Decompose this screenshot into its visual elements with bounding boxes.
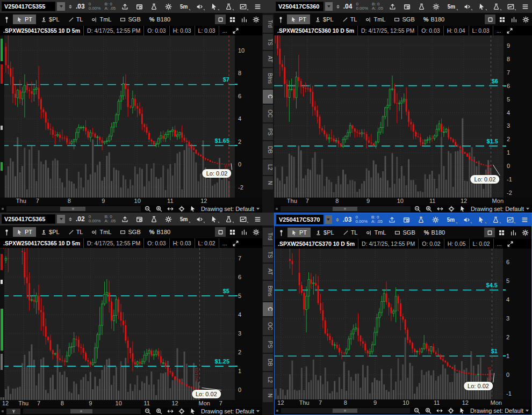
y-axis[interactable]: 1086420-2 xyxy=(235,35,262,198)
sidebar-tab-c[interactable]: C xyxy=(263,90,273,103)
jump-to-start-button[interactable] xyxy=(6,409,20,414)
sidebar-tab-ps[interactable]: PS xyxy=(263,123,273,140)
sidebar-tab-c[interactable]: C xyxy=(263,302,273,316)
pattern-icon[interactable] xyxy=(505,2,516,11)
sgb-tool-button[interactable]: SGB xyxy=(116,14,144,24)
tl-tool-button[interactable]: TL xyxy=(64,227,87,237)
cursor-icon[interactable] xyxy=(189,206,197,213)
y-axis[interactable]: 76543210 xyxy=(235,248,262,400)
flask-studies-icon[interactable] xyxy=(490,215,501,224)
price-chart[interactable]: 4/21/25$4.5$1Lo: 0.02 xyxy=(275,249,503,399)
fit-bars-icon[interactable] xyxy=(239,14,249,24)
cursor-tool-icon[interactable] xyxy=(209,214,219,224)
scrollbar-thumb[interactable] xyxy=(60,207,85,211)
sidebar-tab-ts[interactable]: TS xyxy=(263,34,273,50)
pt-tool-button[interactable]: PT xyxy=(13,14,36,24)
grid-layout-icon[interactable] xyxy=(497,14,507,24)
menu-icon[interactable] xyxy=(520,2,530,11)
calendar-clock-icon[interactable] xyxy=(134,2,145,11)
sgb-tool-button[interactable]: SGB xyxy=(391,228,419,237)
more-cell[interactable]: ... xyxy=(219,26,231,35)
price-chart[interactable]: 4/21/25$6$1.5Lo: 0.02 xyxy=(274,35,504,198)
time-scrollbar[interactable] xyxy=(281,408,410,413)
b180-tool-button[interactable]: %B180 xyxy=(420,228,449,237)
auto-scale-icon[interactable] xyxy=(505,239,515,249)
cursor-icon[interactable] xyxy=(189,408,197,415)
single-chart-icon[interactable] xyxy=(215,14,226,24)
alert-speaker-icon[interactable] xyxy=(194,214,205,224)
gear-icon[interactable] xyxy=(163,2,174,11)
sgb-tool-button[interactable]: SGB xyxy=(390,14,418,24)
zoom-out-icon[interactable] xyxy=(413,206,422,213)
y-axis[interactable]: 6543210-1 xyxy=(503,249,531,399)
sidebar-tab-trd[interactable]: Trd xyxy=(263,15,273,33)
scroll-left-button[interactable] xyxy=(276,410,278,412)
chart-settings-gear-icon[interactable] xyxy=(250,14,261,24)
crosshair-icon[interactable] xyxy=(177,408,186,415)
sidebar-tab-ts[interactable]: TS xyxy=(263,246,273,263)
scroll-left-button[interactable] xyxy=(2,410,4,412)
flask-icon[interactable] xyxy=(148,2,159,11)
cursor-icon[interactable] xyxy=(458,407,466,414)
auto-scale-icon[interactable] xyxy=(230,26,241,35)
calendar-clock-icon[interactable] xyxy=(134,214,145,224)
flask-icon[interactable] xyxy=(148,214,159,224)
price-chart[interactable]: 4/21/25$5$1.25Lo: 0.02 xyxy=(0,248,235,400)
pan-horizontal-icon[interactable] xyxy=(436,206,444,213)
flask-icon[interactable] xyxy=(415,215,426,224)
pan-horizontal-icon[interactable] xyxy=(166,408,175,415)
single-chart-icon[interactable] xyxy=(215,227,226,237)
fit-bars-icon[interactable] xyxy=(508,14,519,24)
chart-canvas[interactable]: 4/21/25 xyxy=(274,35,504,198)
zoom-in-icon[interactable] xyxy=(155,206,163,213)
x-axis[interactable]: 12Thu789101112Mon7 xyxy=(0,400,235,407)
scroll-left-button[interactable] xyxy=(276,208,278,210)
pan-horizontal-icon[interactable] xyxy=(166,206,175,213)
zoom-in-icon[interactable] xyxy=(155,408,163,415)
cursor-icon[interactable] xyxy=(458,206,467,213)
tml-tool-button[interactable]: TmL xyxy=(362,228,390,237)
price-chart[interactable]: 4/21/25$7$1.65Lo: 0.02 xyxy=(0,35,235,198)
gear-icon[interactable] xyxy=(430,215,441,224)
auto-scale-icon[interactable] xyxy=(230,238,241,248)
y-axis[interactable]: 9876543210-1-2 xyxy=(504,35,532,198)
sidebar-tab-l2[interactable]: L2 xyxy=(263,372,273,388)
crosshair-icon[interactable] xyxy=(447,407,455,414)
symbol-dropdown-button[interactable] xyxy=(325,2,332,11)
share-icon[interactable] xyxy=(386,215,397,224)
chart-canvas[interactable]: 4/21/25 xyxy=(0,248,235,400)
scrollbar-thumb[interactable] xyxy=(333,409,357,413)
b180-tool-button[interactable]: %B180 xyxy=(146,227,174,237)
tml-tool-button[interactable]: TmL xyxy=(88,14,115,24)
b180-tool-button[interactable]: %B180 xyxy=(146,14,174,24)
tml-tool-button[interactable]: TmL xyxy=(362,14,389,24)
tl-tool-button[interactable]: TL xyxy=(339,14,361,24)
zoom-out-icon[interactable] xyxy=(143,408,152,415)
pt-tool-button[interactable]: PT xyxy=(287,228,311,237)
sidebar-tab-db[interactable]: DB xyxy=(263,141,273,158)
share-icon[interactable] xyxy=(119,2,130,11)
symbol-dropdown-button[interactable] xyxy=(57,215,65,223)
x-axis[interactable]: Thu789101112Mon xyxy=(274,198,504,205)
pt-tool-button[interactable]: PT xyxy=(13,227,36,237)
chart-settings-gear-icon[interactable] xyxy=(250,227,261,237)
single-chart-icon[interactable] xyxy=(485,14,495,24)
share-icon[interactable] xyxy=(387,2,398,11)
x-axis[interactable]: 12Thu789101112Mon xyxy=(275,399,503,407)
symbol-dropdown-button[interactable] xyxy=(325,215,332,224)
sidebar-tab-btns[interactable]: Btns xyxy=(263,68,273,89)
sidebar-tab-ps[interactable]: PS xyxy=(263,336,273,353)
calendar-clock-icon[interactable] xyxy=(401,215,412,224)
single-chart-icon[interactable] xyxy=(484,228,495,237)
timeframe-button[interactable]: 5m xyxy=(177,2,190,11)
flask-studies-icon[interactable] xyxy=(223,2,234,11)
symbol-input[interactable]: V250417C5370 xyxy=(276,215,323,224)
menu-icon[interactable] xyxy=(519,215,530,224)
pin-icon[interactable] xyxy=(275,14,286,24)
alert-speaker-icon[interactable] xyxy=(194,2,205,11)
sidebar-tab-trd[interactable]: Trd xyxy=(263,228,273,245)
chart-settings-gear-icon[interactable] xyxy=(520,14,531,24)
menu-icon[interactable] xyxy=(252,214,263,224)
drawing-set-selector[interactable]: Drawing set: Default xyxy=(471,206,529,212)
more-cell[interactable]: ... xyxy=(219,238,231,248)
